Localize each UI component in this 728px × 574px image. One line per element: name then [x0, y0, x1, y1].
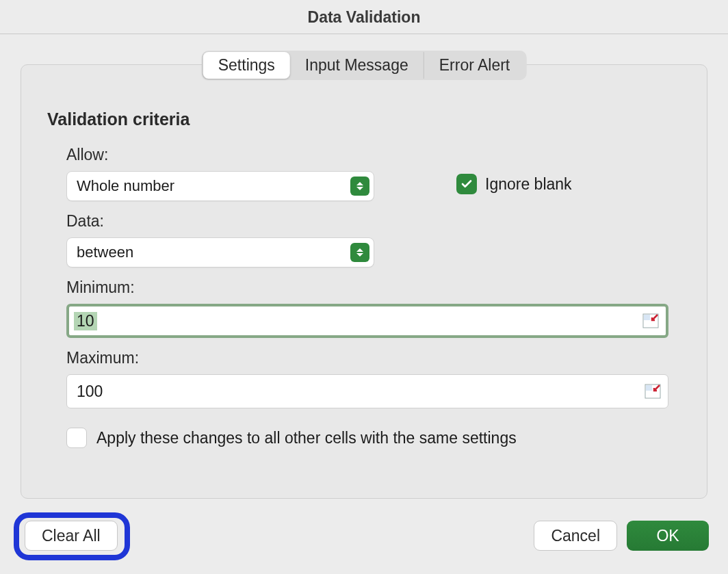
cancel-button[interactable]: Cancel	[534, 521, 617, 551]
ignore-blank-label: Ignore blank	[485, 175, 572, 194]
allow-label: Allow:	[66, 146, 681, 164]
dialog-title: Data Validation	[0, 0, 728, 34]
apply-all-label: Apply these changes to all other cells w…	[96, 429, 517, 447]
data-value: between	[77, 244, 133, 261]
clear-all-button[interactable]: Clear All	[25, 521, 118, 551]
data-label: Data:	[66, 212, 681, 231]
apply-all-checkbox[interactable]	[66, 428, 87, 448]
chevron-up-down-icon	[350, 243, 369, 262]
tab-settings[interactable]: Settings	[203, 52, 290, 79]
chevron-up-down-icon	[350, 177, 369, 196]
allow-select[interactable]: Whole number	[66, 171, 374, 201]
cell-reference-icon[interactable]	[642, 313, 659, 328]
minimum-value: 10	[74, 312, 97, 330]
maximum-label: Maximum:	[66, 349, 681, 367]
ignore-blank-checkbox[interactable]	[456, 174, 477, 194]
tab-bar: Settings Input Message Error Alert	[202, 51, 527, 80]
maximum-input[interactable]: 100	[66, 374, 668, 408]
allow-value: Whole number	[77, 177, 174, 195]
section-title: Validation criteria	[47, 109, 681, 129]
check-icon	[460, 178, 473, 190]
cell-reference-icon[interactable]	[645, 384, 661, 399]
ok-button[interactable]: OK	[627, 521, 709, 551]
minimum-label: Minimum:	[66, 278, 681, 297]
tab-error-alert[interactable]: Error Alert	[424, 52, 525, 79]
svg-rect-3	[646, 385, 652, 391]
dialog-footer: Clear All Cancel OK	[0, 506, 728, 574]
tab-input-message[interactable]: Input Message	[290, 52, 424, 79]
settings-panel: Validation criteria Allow: Whole number …	[21, 64, 707, 499]
minimum-input[interactable]: 10	[66, 304, 668, 338]
svg-rect-1	[644, 315, 650, 320]
maximum-value: 100	[74, 382, 105, 401]
data-select[interactable]: between	[66, 237, 374, 268]
